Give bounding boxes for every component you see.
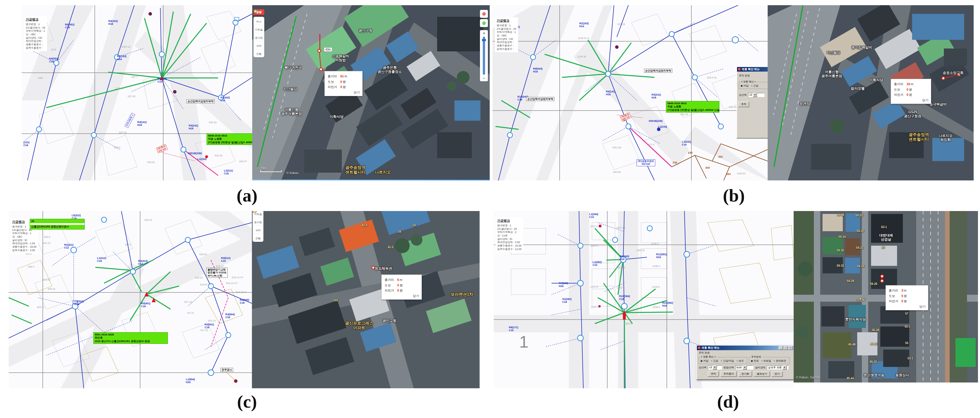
cad-legend-b: 가공뱅크뱅크번호 : 12차결선방식 : 43부하지역특성 : 1상 : ABC… [495, 17, 518, 52]
map-label: 뼈다귀천국 [285, 66, 302, 70]
legend-row: 동력수용호수 : 3.00 [12, 249, 37, 252]
map-label: 837-18 [617, 23, 625, 26]
sidebar-item-label: 음식점 [254, 221, 262, 224]
zoom-slider[interactable]: + − [480, 30, 488, 81]
sidebar-item-은행[interactable]: W은행 [254, 49, 264, 57]
view-result-button[interactable]: 결과보기 [754, 371, 770, 377]
radio-low-voltage[interactable]: ◉저압 [700, 359, 708, 362]
phase-select[interactable]: All▼ [748, 93, 764, 97]
map-label: 1038-6 [652, 306, 660, 309]
trace-range-group: 추적범위 ◉전체 ○트레일 ○현재화면 [749, 355, 790, 364]
dialog-titlebar[interactable]: 계통 확인 메뉴 [737, 67, 768, 71]
radio-duct[interactable]: ○관로 [737, 359, 744, 362]
sidebar-item-label: 버스 [256, 20, 261, 23]
popup-close-button[interactable]: 닫기 [889, 304, 926, 309]
legend-row: 상 : CAB [497, 234, 522, 238]
trace-dialog[interactable]: 계통 확인 메뉴 _ □ ✕ 추적 완료 < 계통 확인 > ◉저압 ○고압 ○… [696, 345, 794, 380]
distance-popup: 총거리61m 도보0분 자전거0분 닫기 [325, 71, 363, 96]
map-label: 45-30 [870, 342, 877, 346]
sidebar-item-label: 숙박 [256, 44, 261, 48]
map-label: 840-118 [612, 146, 622, 149]
radio-high-voltage[interactable]: ○고압 [711, 359, 718, 362]
map-label: 1038-5 [652, 286, 660, 289]
radio-trail[interactable]: ○트레일 [761, 359, 771, 362]
maximize-button[interactable]: □ [784, 346, 788, 350]
panel-a-satellite-map: 출발버스지하철음식점숙박W은행 43m 총거리61m 도보0분 자전거0분 닫기… [252, 5, 490, 180]
legend-title: 가공뱅크 [497, 218, 522, 223]
popup-close-button[interactable]: 닫기 [894, 98, 929, 103]
legend-title: 가공뱅크 [26, 17, 45, 22]
map-label: 59-32 [837, 264, 844, 268]
map-label: 나르지오 [375, 170, 391, 174]
map-label: 호반식육식당 [845, 318, 866, 321]
zoom-out-icon[interactable]: − [480, 75, 488, 81]
traffic-button[interactable] [480, 19, 488, 27]
map-label: 1037-3 [590, 225, 598, 228]
reset-button[interactable]: 초기화 [738, 371, 752, 377]
map-label: 1 [519, 332, 528, 352]
sidebar-item-숙박[interactable]: 숙박 [253, 226, 263, 234]
map-label: 지산빌딩 [283, 87, 297, 91]
map-label: 전주경사 [220, 368, 233, 372]
trace-dialog-fragment[interactable]: 계통 확인 메뉴 추적 완료 < 계통 확인 > ◉저압 ○고압 상선택 All… [737, 66, 768, 139]
map-label: L1(294) C10 [589, 213, 598, 219]
popup-close-button[interactable]: 닫기 [328, 90, 360, 95]
caption-a: (a) [230, 185, 264, 206]
minimize-button[interactable]: _ [779, 346, 783, 350]
window-edge-highlight [252, 180, 490, 180]
dropdown-icon: ▼ [783, 366, 787, 369]
dialog-icon [738, 68, 741, 71]
map-label: 845-9 [44, 236, 50, 239]
popup-row: 도보0분 [385, 283, 419, 288]
legend-row: 부하지역특성 : 1 [496, 31, 516, 34]
map-label: 59-22 [856, 246, 864, 250]
zoom-knob[interactable] [482, 39, 486, 41]
work-order-line: (지)송정동 (유)한성 일(을)고압A 400kW 신설 [667, 109, 718, 112]
legend-row: 동력수용호수 : [26, 46, 45, 50]
sidebar-item-음식점[interactable]: 음식점 [253, 218, 263, 226]
map-label: 45-28 [872, 329, 880, 332]
sidebar-item-숙박[interactable]: 숙박 [254, 41, 264, 49]
field-label: 설비상태 [755, 366, 765, 369]
legend-title: 가공뱅크 [496, 19, 516, 23]
zoom-in-icon[interactable]: + [480, 30, 488, 36]
trace-button[interactable]: 추적 [708, 371, 719, 377]
sidebar-item-버스[interactable]: 버스 [254, 17, 264, 25]
radio-low-voltage[interactable]: ◉저압 [740, 84, 749, 87]
dialog-titlebar[interactable]: 계통 확인 메뉴 _ □ ✕ [697, 345, 794, 350]
close-button[interactable]: ✕ [788, 346, 793, 350]
svg-text:W: W [253, 211, 256, 213]
sidebar-item-음식점[interactable]: 음식점 [254, 33, 264, 41]
bank-icon: W [253, 9, 258, 13]
popup-close-button[interactable]: 닫기 [385, 294, 419, 298]
sidebar-item-label: 지하철 [255, 28, 263, 31]
map-label: 837-22 [119, 131, 127, 134]
radio-high-low-voltage[interactable]: ○고압/저압 [721, 359, 734, 362]
legend-row: 동력수용호수 : [496, 48, 516, 51]
direction-select[interactable]: Both▼ [735, 366, 754, 369]
legend-row: 최대전압강하 : 1.04 [12, 242, 37, 245]
phase-select[interactable]: All▼ [708, 366, 722, 369]
map-label: 59-20 [856, 214, 863, 217]
map-label: 829-29 [209, 121, 216, 124]
work-order-box-a: 5848-2016-3915 직원 노명환 (지)송정동 (유)한성 일(을)고… [207, 133, 252, 145]
map-label: 광주은행 광산구청출장소 [378, 66, 402, 74]
zoom-track[interactable] [483, 36, 485, 75]
radio-high-voltage[interactable]: ○고압 [751, 84, 758, 87]
facility-state-select[interactable]: 설계후 계통▼ [767, 366, 788, 369]
map-label: 송정소망교회 [943, 71, 964, 75]
legend-row: 설비상태 : CD [26, 36, 45, 40]
map-label: 843-22 [43, 279, 50, 282]
close-dialog-button[interactable]: 닫기 [772, 371, 783, 377]
map-label: 816-20 W [236, 291, 247, 294]
roadview-button[interactable] [480, 10, 488, 18]
radio-whole[interactable]: ◉전체 [751, 359, 759, 362]
map-label: 지산빌딩 [827, 51, 840, 55]
sidebar-item-은행[interactable]: W은행 [253, 234, 263, 242]
trace-button[interactable]: 추적 [738, 101, 749, 107]
sidebar-item-지하철[interactable]: 지하철 [254, 25, 264, 33]
legend-row: 부하지역특성 : 2 [497, 231, 522, 234]
trace-stop-button[interactable]: 추적중지 [721, 371, 737, 377]
map-label: R13(382) H16 [662, 301, 673, 307]
radio-current-screen[interactable]: ○현재화면 [774, 359, 786, 362]
